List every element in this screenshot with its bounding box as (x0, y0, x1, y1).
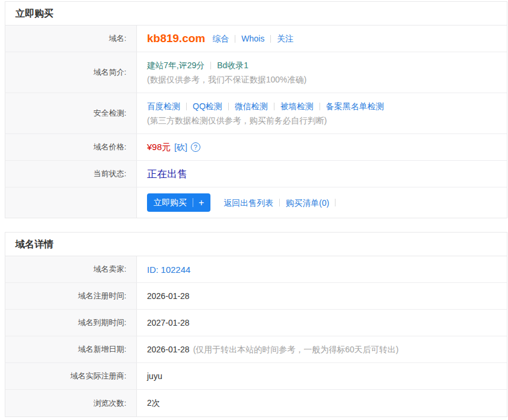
registrar-label: 域名实际注册商: (5, 363, 137, 389)
domain-label: 域名: (5, 26, 137, 52)
detail-panel: 域名详情 域名卖家: ID: 102244 域名注册时间: 2026-01-28… (5, 232, 507, 417)
table-row: 域名实际注册商: juyu (5, 363, 507, 390)
added-date-value: 2026-01-28 (147, 345, 190, 354)
buy-now-button-label: 立即购买 (154, 198, 187, 208)
intro-disclaimer: (数据仅供参考，我们不保证数据100%准确) (147, 72, 497, 87)
domain-link-whois[interactable]: Whois (241, 31, 264, 46)
added-date-label: 域名新增日期: (5, 336, 137, 362)
domain-link-follow[interactable]: 关注 (277, 31, 293, 46)
expire-date-value: 2027-01-28 (147, 318, 497, 327)
seller-label: 域名卖家: (5, 256, 137, 282)
action-label-empty (5, 187, 137, 218)
price-label: 域名价格: (5, 134, 137, 160)
buy-panel-title: 立即购买 (5, 2, 507, 26)
help-icon[interactable]: ? (191, 142, 200, 152)
security-disclaimer: (第三方数据检测仅供参考，购买前务必自行判断) (147, 113, 497, 128)
back-to-list-link[interactable]: 返回出售列表 (223, 196, 273, 210)
security-row: 安全检测: 百度检测 QQ检测 微信检测 被墙检测 备案黑名单检测 (第三方数据… (5, 93, 507, 134)
baidu-index: Bd收录1 (217, 58, 248, 72)
intro-label: 域名简介: (5, 52, 137, 93)
table-row: 域名到期时间: 2027-01-28 (5, 310, 507, 336)
table-row: 域名卖家: ID: 102244 (5, 256, 507, 283)
table-row: 域名注册时间: 2026-01-28 (5, 283, 507, 310)
buy-panel: 立即购买 域名: kb819.com 综合 Whois 关注 域名简介: 建站7… (5, 1, 507, 218)
status-row: 当前状态: 正在出售 (5, 161, 507, 187)
qq-check-link[interactable]: QQ检测 (193, 99, 222, 113)
button-divider (193, 198, 193, 207)
bargain-link[interactable]: [砍] (174, 140, 187, 154)
icp-blacklist-check-link[interactable]: 备案黑名单检测 (326, 99, 384, 113)
cart-link[interactable]: 购买清单(0) (286, 196, 329, 210)
views-label: 浏览次数: (5, 390, 137, 416)
baidu-check-link[interactable]: 百度检测 (147, 99, 180, 113)
views-value: 2次 (147, 398, 497, 409)
divider (210, 62, 211, 69)
register-date-label: 域名注册时间: (5, 283, 137, 309)
status-label: 当前状态: (5, 161, 137, 187)
divider (274, 103, 274, 110)
price-value: ¥98元 (147, 140, 171, 154)
intro-row: 域名简介: 建站7年,评29分 Bd收录1 (数据仅供参考，我们不保证数据100… (5, 52, 507, 93)
domain-link-overview[interactable]: 综合 (212, 31, 229, 46)
wechat-check-link[interactable]: 微信检测 (235, 99, 268, 113)
site-age-score: 建站7年,评29分 (147, 58, 205, 72)
gfw-check-link[interactable]: 被墙检测 (280, 99, 314, 113)
domain-row: 域名: kb819.com 综合 Whois 关注 (5, 26, 507, 52)
expire-date-label: 域名到期时间: (5, 310, 137, 336)
divider (186, 103, 187, 110)
domain-name: kb819.com (147, 31, 205, 46)
status-value: 正在出售 (147, 167, 497, 181)
security-label: 安全检测: (5, 93, 137, 133)
added-date-note: (仅用于转出本站的时间参考，一般为得标60天后可转出) (193, 342, 399, 357)
panel-gap (0, 218, 508, 231)
divider (279, 199, 280, 206)
table-row: 浏览次数: 2次 (5, 390, 507, 416)
divider (270, 35, 271, 43)
divider (235, 35, 235, 43)
action-row: 立即购买 + 返回出售列表 购买清单(0) (5, 187, 507, 218)
divider (335, 199, 336, 206)
registrar-value: juyu (147, 371, 497, 381)
buy-now-button[interactable]: 立即购买 + (147, 193, 210, 212)
seller-id-link[interactable]: ID: 102244 (147, 265, 497, 275)
add-to-cart-plus-icon[interactable]: + (199, 198, 204, 208)
detail-panel-title: 域名详情 (5, 233, 507, 256)
table-row: 域名新增日期: 2026-01-28 (仅用于转出本站的时间参考，一般为得标60… (5, 336, 507, 363)
divider (320, 103, 320, 110)
price-row: 域名价格: ¥98元 [砍] ? (5, 134, 507, 161)
divider (228, 103, 229, 110)
register-date-value: 2026-01-28 (147, 291, 497, 301)
